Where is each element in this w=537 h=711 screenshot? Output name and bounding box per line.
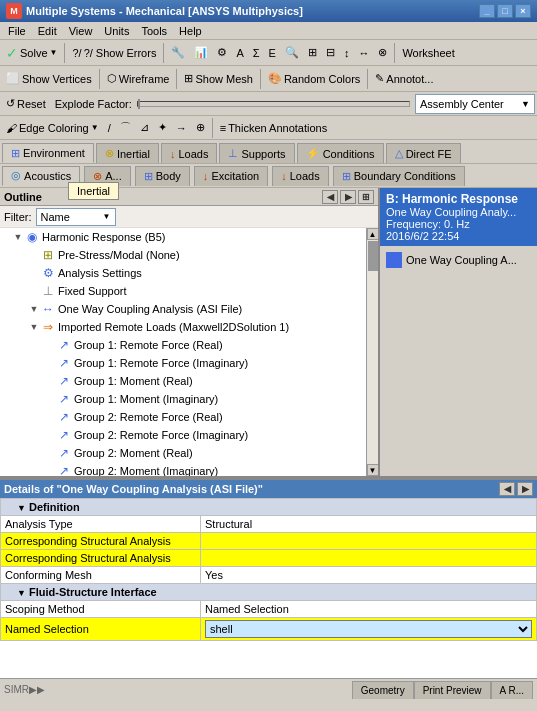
tb-icon-3[interactable]: ⚙ (213, 42, 231, 64)
show-errors-button[interactable]: ?/ ?/ Show Errors (68, 42, 160, 64)
annotate-button[interactable]: ✎ Annotot... (371, 68, 437, 90)
wireframe-button[interactable]: ⬡ Wireframe (103, 68, 174, 90)
tab-inertial[interactable]: ⊗ Inertial (96, 143, 159, 163)
details-cell-value[interactable]: shell (201, 618, 537, 641)
menu-view[interactable]: View (63, 24, 99, 38)
draw-tool-3[interactable]: ⊿ (136, 117, 153, 139)
vertical-scrollbar[interactable]: ▲ ▼ (366, 228, 378, 476)
worksheet-button[interactable]: Worksheet (398, 42, 458, 64)
solve-button[interactable]: ✓ Solve ▼ (2, 42, 61, 64)
tree-item[interactable]: ▼↔One Way Coupling Analysis (ASI File) (0, 300, 366, 318)
tb-icon-7[interactable]: 🔍 (281, 42, 303, 64)
maximize-button[interactable]: □ (497, 4, 513, 18)
tree-expand-icon[interactable]: ▼ (12, 231, 24, 243)
menu-tools[interactable]: Tools (135, 24, 173, 38)
tab-geometry[interactable]: Geometry (352, 681, 414, 699)
draw-tool-6[interactable]: ⊕ (192, 117, 209, 139)
tree-item[interactable]: ↗Group 2: Moment (Imaginary) (0, 462, 366, 476)
tb-icon-10[interactable]: ↕ (340, 42, 354, 64)
tab-excitation[interactable]: ↓ Excitation (194, 166, 268, 186)
panel-icons: ◀ ▶ ⊞ (322, 190, 374, 204)
tab-boundary[interactable]: ⊞ Boundary Conditions (333, 166, 465, 186)
show-mesh-button[interactable]: ⊞ Show Mesh (180, 68, 256, 90)
tab-body[interactable]: ⊞ Body (135, 166, 190, 186)
tree-item[interactable]: ↗Group 1: Moment (Real) (0, 372, 366, 390)
tree-item[interactable]: ⊞Pre-Stress/Modal (None) (0, 246, 366, 264)
tb-icon-5[interactable]: Σ (249, 42, 264, 64)
tree-expand-icon (44, 339, 56, 351)
tree-item[interactable]: ↗Group 2: Remote Force (Imaginary) (0, 426, 366, 444)
tree-item[interactable]: ⚙Analysis Settings (0, 264, 366, 282)
draw-tool-1[interactable]: / (104, 117, 115, 139)
reset-button[interactable]: ↺ Reset (2, 93, 50, 115)
menu-file[interactable]: File (2, 24, 32, 38)
tree-item[interactable]: ↗Group 2: Moment (Real) (0, 444, 366, 462)
solve-dropdown-arrow[interactable]: ▼ (50, 48, 58, 57)
toolbar-solve: ✓ Solve ▼ ?/ ?/ Show Errors 🔧 📊 ⚙ A Σ E … (0, 40, 537, 66)
details-icon-1[interactable]: ◀ (499, 482, 515, 496)
outline-icon-3[interactable]: ⊞ (358, 190, 374, 204)
tree-expand-icon[interactable]: ▼ (28, 303, 40, 315)
tree-item[interactable]: ▼◉Harmonic Response (B5) (0, 228, 366, 246)
tree-item[interactable]: ↗Group 1: Moment (Imaginary) (0, 390, 366, 408)
scroll-up-button[interactable]: ▲ (367, 228, 379, 240)
scroll-down-button[interactable]: ▼ (367, 464, 379, 476)
info-panel: B: Harmonic Response One Way Coupling An… (380, 188, 537, 476)
close-button[interactable]: × (515, 4, 531, 18)
tab-supports[interactable]: ⊥ Supports (219, 143, 294, 163)
menu-bar: File Edit View Units Tools Help (0, 22, 537, 40)
filter-label: Filter: (4, 211, 32, 223)
edge-coloring-button[interactable]: 🖌 Edge Coloring ▼ (2, 117, 103, 139)
tree-node-icon: ⚙ (40, 265, 56, 281)
tb-icon-8[interactable]: ⊞ (304, 42, 321, 64)
draw-tool-4[interactable]: ✦ (154, 117, 171, 139)
tree-expand-icon[interactable]: ▼ (28, 321, 40, 333)
tree-expand-icon (44, 357, 56, 369)
tree-area: ▼◉Harmonic Response (B5)⊞Pre-Stress/Moda… (0, 228, 366, 476)
details-section-header[interactable]: ▼ Fluid-Structure Interface (1, 584, 537, 601)
window-controls[interactable]: _ □ × (479, 4, 531, 18)
show-vertices-button[interactable]: ⬜ Show Vertices (2, 68, 96, 90)
info-date: 2016/6/2 22:54 (386, 230, 531, 242)
tab-ar[interactable]: A R... (491, 681, 533, 699)
tb-icon-11[interactable]: ↔ (354, 42, 373, 64)
outline-icon-1[interactable]: ◀ (322, 190, 338, 204)
tb-icon-4[interactable]: A (232, 42, 247, 64)
assembly-center-dropdown[interactable]: Assembly Center ▼ (415, 94, 535, 114)
minimize-button[interactable]: _ (479, 4, 495, 18)
dropdown-arrow-icon: ▼ (521, 99, 530, 109)
tree-item[interactable]: ↗Group 1: Remote Force (Real) (0, 336, 366, 354)
tb-icon-2[interactable]: 📊 (190, 42, 212, 64)
body-icon: ⊞ (144, 170, 153, 183)
tab-loads[interactable]: ↓ Loads (161, 143, 218, 163)
tb-icon-9[interactable]: ⊟ (322, 42, 339, 64)
tree-item[interactable]: ▼⇒Imported Remote Loads (Maxwell2DSoluti… (0, 318, 366, 336)
tb-icon-1[interactable]: 🔧 (167, 42, 189, 64)
edge-dropdown-arrow[interactable]: ▼ (91, 123, 99, 132)
tree-item[interactable]: ↗Group 2: Remote Force (Real) (0, 408, 366, 426)
thicken-button[interactable]: ≡ Thicken Annotations (216, 117, 332, 139)
scroll-thumb[interactable] (368, 241, 378, 271)
tree-node-label: Group 2: Moment (Imaginary) (74, 465, 218, 476)
tab-loads2[interactable]: ↓ Loads (272, 166, 329, 186)
tree-item[interactable]: ↗Group 1: Remote Force (Imaginary) (0, 354, 366, 372)
draw-tool-2[interactable]: ⌒ (116, 117, 135, 139)
details-section-header[interactable]: ▼ Definition (1, 499, 537, 516)
details-dropdown[interactable]: shell (205, 620, 532, 638)
filter-dropdown[interactable]: Name ▼ (36, 208, 116, 226)
draw-tool-5[interactable]: → (172, 117, 191, 139)
random-colors-button[interactable]: 🎨 Random Colors (264, 68, 364, 90)
tree-item[interactable]: ⊥Fixed Support (0, 282, 366, 300)
tab-print-preview[interactable]: Print Preview (414, 681, 491, 699)
sep (99, 69, 100, 89)
menu-units[interactable]: Units (98, 24, 135, 38)
tab-direct-fe[interactable]: △ Direct FE (386, 143, 461, 163)
outline-icon-2[interactable]: ▶ (340, 190, 356, 204)
tab-conditions[interactable]: ⚡ Conditions (297, 143, 384, 163)
tab-environment[interactable]: ⊞ Environment (2, 143, 94, 163)
tb-icon-6[interactable]: E (265, 42, 280, 64)
tb-icon-12[interactable]: ⊗ (374, 42, 391, 64)
details-icon-2[interactable]: ▶ (517, 482, 533, 496)
menu-edit[interactable]: Edit (32, 24, 63, 38)
menu-help[interactable]: Help (173, 24, 208, 38)
